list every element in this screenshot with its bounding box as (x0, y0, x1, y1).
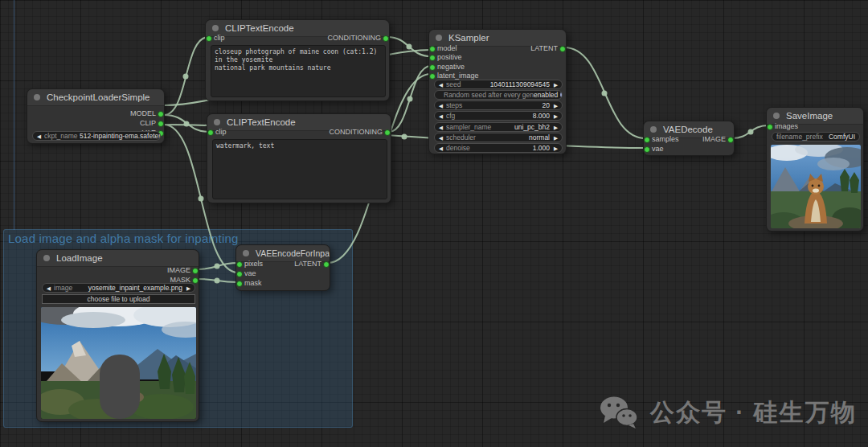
ckpt-name-widget[interactable]: ◀ ckpt_name 512-inpainting-ema.safetenso… (32, 131, 161, 141)
left-arrow-icon[interactable]: ◀ (439, 112, 443, 121)
watermark: 公众号 · 硅生万物 (599, 396, 857, 429)
seed-widget[interactable]: ◀ seed 1040111309094545 ▶ (434, 80, 563, 89)
node-title: CLIPTextEncode (227, 117, 296, 127)
port-dot-icon[interactable] (207, 129, 214, 136)
input-samples[interactable]: samples (652, 135, 679, 144)
collapse-dot-icon[interactable] (34, 94, 40, 100)
port-dot-icon[interactable] (158, 111, 164, 117)
right-arrow-icon[interactable]: ▶ (554, 123, 558, 132)
sampler-name-widget[interactable]: ◀ sampler_name uni_pc_bh2 ▶ (434, 122, 563, 132)
collapse-dot-icon[interactable] (243, 250, 249, 256)
left-arrow-icon[interactable]: ◀ (47, 284, 51, 293)
port-dot-icon[interactable] (206, 35, 212, 42)
input-clip[interactable]: clip (215, 128, 227, 137)
port-dot-icon[interactable] (429, 64, 436, 71)
port-dot-icon[interactable] (236, 281, 243, 287)
port-dot-icon[interactable] (236, 271, 243, 277)
left-arrow-icon[interactable]: ◀ (37, 132, 41, 141)
collapse-dot-icon[interactable] (436, 35, 442, 41)
prompt-textarea[interactable]: watermark, text (212, 139, 387, 199)
cfg-widget[interactable]: ◀ cfg 8.000 ▶ (434, 111, 563, 121)
node-load-image[interactable]: LoadImage IMAGE MASK ◀ image yosemite_in… (36, 249, 199, 422)
node-title-bar[interactable]: LoadImage (37, 250, 199, 267)
input-vae[interactable]: vae (652, 145, 664, 154)
port-dot-icon[interactable] (192, 268, 199, 274)
right-arrow-icon[interactable]: ▶ (554, 112, 558, 121)
wechat-icon (599, 396, 639, 429)
graph-canvas[interactable]: Load image and alpha mask for inpainting… (0, 0, 868, 447)
right-arrow-icon[interactable]: ▶ (554, 101, 558, 110)
left-arrow-icon[interactable]: ◀ (439, 123, 443, 132)
left-arrow-icon[interactable]: ◀ (439, 101, 443, 110)
denoise-widget[interactable]: ◀ denoise 1.000 ▶ (434, 143, 563, 153)
collapse-dot-icon[interactable] (43, 255, 50, 261)
output-clip[interactable]: CLIP (140, 119, 156, 128)
port-dot-icon[interactable] (644, 146, 650, 153)
output-latent[interactable]: LATENT (294, 260, 321, 269)
port-dot-icon[interactable] (429, 55, 436, 61)
right-arrow-icon[interactable]: ▶ (554, 80, 558, 89)
output-image[interactable]: IMAGE (167, 266, 190, 275)
group-edge-line (14, 0, 14, 230)
steps-widget[interactable]: ◀ steps 20 ▶ (434, 100, 563, 110)
port-dot-icon[interactable] (383, 35, 389, 42)
input-positive[interactable]: positive (437, 53, 462, 62)
group-title[interactable]: Load image and alpha mask for inpainting (8, 232, 239, 245)
node-title: CLIPTextEncode (225, 23, 294, 33)
output-latent[interactable]: LATENT (530, 44, 558, 53)
node-checkpoint-loader[interactable]: CheckpointLoaderSimple MODEL CLIP VAE ◀ … (27, 88, 165, 144)
generated-cat-image (771, 145, 861, 228)
node-title: VAEDecode (663, 125, 713, 134)
port-dot-icon[interactable] (384, 129, 391, 136)
input-pixels[interactable]: pixels (244, 260, 263, 269)
right-arrow-icon[interactable]: ▶ (186, 284, 190, 293)
collapse-dot-icon[interactable] (773, 113, 780, 119)
node-save-image[interactable]: SaveImage images filename_prefix ComfyUI (766, 107, 864, 232)
node-title: VAEEncodeForInpaint (256, 248, 330, 258)
port-dot-icon[interactable] (559, 46, 566, 52)
node-title: LoadImage (56, 253, 103, 263)
port-dot-icon[interactable] (429, 46, 436, 52)
node-ksampler[interactable]: KSampler model positive negative latent_… (428, 29, 567, 154)
output-conditioning[interactable]: CONDITIONING (328, 34, 382, 43)
output-image[interactable]: IMAGE (702, 135, 726, 144)
input-mask[interactable]: mask (244, 279, 262, 288)
node-title: CheckpointLoaderSimple (47, 92, 150, 102)
port-dot-icon[interactable] (192, 277, 199, 284)
random-seed-toggle[interactable]: Random seed after every gen enabled (434, 90, 563, 100)
left-arrow-icon[interactable]: ◀ (439, 80, 443, 89)
node-title: SaveImage (786, 111, 833, 121)
node-clip-text-encode-negative[interactable]: CLIPTextEncode clip CONDITIONING waterma… (207, 113, 391, 203)
port-dot-icon[interactable] (727, 137, 734, 143)
collapse-dot-icon[interactable] (212, 25, 219, 31)
input-vae[interactable]: vae (244, 269, 256, 278)
input-negative[interactable]: negative (437, 63, 465, 72)
filename-prefix-widget[interactable]: filename_prefix ComfyUI (772, 132, 860, 141)
image-file-widget[interactable]: ◀ image yosemite_inpaint_example.png ▶ (42, 283, 195, 293)
output-conditioning[interactable]: CONDITIONING (330, 128, 383, 137)
toggle-dot-icon[interactable] (560, 92, 563, 98)
node-vae-decode[interactable]: VAEDecode samples vae IMAGE (643, 121, 735, 156)
input-model[interactable]: model (437, 44, 457, 53)
left-arrow-icon[interactable]: ◀ (439, 133, 443, 142)
input-images[interactable]: images (775, 122, 798, 131)
left-arrow-icon[interactable]: ◀ (439, 144, 443, 153)
port-dot-icon[interactable] (236, 261, 243, 268)
collapse-dot-icon[interactable] (650, 126, 657, 133)
collapse-dot-icon[interactable] (214, 119, 220, 125)
node-clip-text-encode-positive[interactable]: CLIPTextEncode clip CONDITIONING closeup… (205, 19, 390, 101)
right-arrow-icon[interactable]: ▶ (554, 144, 558, 153)
input-clip[interactable]: clip (214, 34, 225, 43)
node-vae-encode-inpaint[interactable]: VAEEncodeForInpaint pixels vae mask LATE… (235, 244, 330, 291)
scheduler-widget[interactable]: ◀ scheduler normal ▶ (434, 133, 563, 142)
port-dot-icon[interactable] (429, 73, 436, 80)
port-dot-icon[interactable] (323, 261, 330, 268)
port-dot-icon[interactable] (767, 124, 773, 130)
right-arrow-icon[interactable]: ▶ (554, 133, 558, 142)
choose-file-button[interactable]: choose file to upload (42, 294, 195, 304)
output-model[interactable]: MODEL (130, 109, 156, 118)
node-title-bar[interactable]: CheckpointLoaderSimple (27, 89, 164, 106)
port-dot-icon[interactable] (158, 121, 164, 127)
port-dot-icon[interactable] (644, 137, 650, 143)
prompt-textarea[interactable]: closeup photograph of maine coon (cat:1.… (211, 45, 386, 97)
